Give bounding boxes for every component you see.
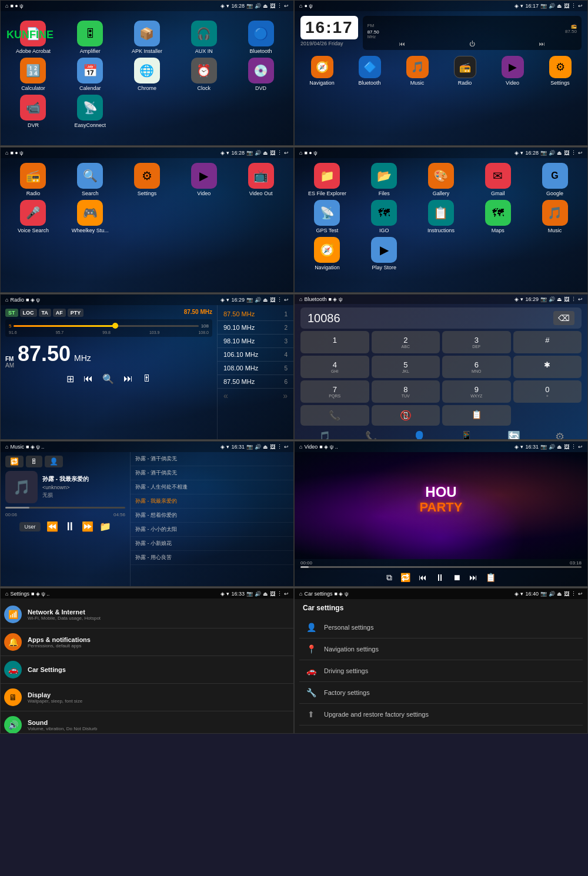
radio-eq-btn[interactable]: 🎚 [142,373,152,384]
music-profile-btn[interactable]: 👤 [45,456,63,467]
app-instructions[interactable]: 📋 Instructions [415,200,468,233]
bt-key-4[interactable]: 4GHI [300,356,369,378]
bt-key-2[interactable]: 2ABC [372,331,440,353]
radio-prev-track[interactable]: ⏮ [83,373,93,384]
home-icon[interactable]: ⌂ [5,3,8,9]
band-ta[interactable]: TA [39,309,51,317]
radio-prev-btn[interactable]: ⏮ [399,41,405,47]
bt-key-star[interactable]: ✱ [513,356,582,378]
app-igo[interactable]: 🗺 IGO [358,200,411,233]
freq-item-5[interactable]: 108.00 MHz5 [218,362,293,375]
music-repeat-btn[interactable]: 🔁 [5,456,24,467]
playlist-item-6[interactable]: 孙露 - 小小的太阳 [131,523,293,537]
bt-key-6[interactable]: 6MNO [442,356,511,378]
bt-key-hash[interactable]: # [513,331,582,353]
bt-settings-icon[interactable]: ⚙ [555,430,564,440]
freq-item-1[interactable]: 87.50 MHz1 [218,307,293,321]
bt-music-icon[interactable]: 🎵 [318,430,330,440]
app-settings-3[interactable]: ⚙ Settings [121,163,174,196]
bt-phone-icon[interactable]: 📞 [365,430,378,440]
video-prev-btn[interactable]: ⏮ [419,573,427,583]
app-music-4[interactable]: 🎵 Music [528,200,582,233]
app-bt-bottom[interactable]: 🔷 Bluetooth [347,56,392,86]
bt-key-9[interactable]: 9WXYZ [442,380,511,403]
video-play-btn[interactable]: ⏸ [435,573,445,583]
app-voicesearch[interactable]: 🎤 Voice Search [6,200,60,233]
freq-prev-page[interactable]: « [223,391,228,400]
app-calendar[interactable]: 📅 Calendar [64,58,117,91]
app-gpstest[interactable]: 📡 GPS Test [300,200,354,233]
music-rew-btn[interactable]: ⏪ [46,521,58,532]
settings-sound[interactable]: 🔊 Sound Volume, vibration, Do Not Distur… [1,711,293,733]
app-chrome[interactable]: 🌐 Chrome [121,58,174,91]
car-navigation-settings[interactable]: 📍 Navigation settings [299,638,583,660]
settings-car[interactable]: 🚗 Car Settings [1,656,293,684]
playlist-item-3[interactable]: 孙露 - 人生何处不相逢 [131,480,293,494]
app-apk[interactable]: 📦 APK Installer [121,21,174,54]
bt-call-btn[interactable]: 📞 [300,405,369,426]
video-repeat-btn[interactable]: 🔁 [400,573,410,583]
app-gmail[interactable]: ✉ Gmail [471,163,524,196]
freq-item-3[interactable]: 98.10 MHz3 [218,335,293,348]
bt-backspace-btn[interactable]: ⌫ [553,311,574,325]
app-wheelkey[interactable]: 🎮 Wheelkey Stu... [64,200,117,233]
radio-power-btn[interactable]: ⏻ [469,41,475,47]
playlist-item-1[interactable]: 孙露 - 酒干倘卖无 [131,452,293,466]
playlist-item-4[interactable]: 孙露 - 我最亲爱的 [131,494,293,509]
app-google[interactable]: G Google [528,163,582,196]
home-icon-2[interactable]: ⌂ [299,3,302,9]
bt-hangup-btn[interactable]: 📵 [372,405,440,426]
radio-next-btn[interactable]: ⏭ [539,41,545,47]
app-video-3[interactable]: ▶ Video [177,163,230,196]
music-fwd-btn[interactable]: ⏩ [82,521,93,532]
back-icon-2[interactable]: ↩ [578,3,583,9]
app-playstore[interactable]: ▶ Play Store [358,237,411,270]
radio-keypad-btn[interactable]: ⊞ [66,373,74,384]
settings-network[interactable]: 📶 Network & Internet Wi-Fi, Mobile, Data… [1,601,293,628]
video-subtitle-btn[interactable]: ⧉ [386,573,392,583]
freq-item-4[interactable]: 106.10 MHz4 [218,348,293,362]
app-radio-bottom[interactable]: 📻 Radio [442,56,487,86]
app-clock[interactable]: ⏰ Clock [177,58,230,91]
app-files[interactable]: 📂 Files [358,163,411,196]
playlist-item-7[interactable]: 孙露 - 小新娘花 [131,537,293,551]
app-videoout[interactable]: 📺 Video Out [234,163,288,196]
radio-search-btn[interactable]: 🔍 [102,373,114,384]
app-video-bottom[interactable]: ▶ Video [490,56,535,86]
app-dvr[interactable]: 📹 DVR [6,95,60,128]
app-maps[interactable]: 🗺 Maps [471,200,524,233]
car-factory-settings[interactable]: 🔧 Factory settings [299,682,583,704]
music-equalizer-btn[interactable]: 🎚 [26,456,42,467]
app-navigation-4[interactable]: 🧭 Navigation [300,237,354,270]
bt-contacts-btn[interactable]: 📋 [442,405,511,426]
bt-contacts-icon[interactable]: 👤 [413,430,426,440]
car-driving-settings[interactable]: 🚗 Driving settings [299,660,583,682]
freq-next-page[interactable]: » [283,391,288,400]
freq-item-6[interactable]: 87.50 MHz6 [218,375,293,389]
radio-next-track[interactable]: ⏭ [123,373,133,384]
video-stop-btn[interactable]: ⏹ [453,573,461,583]
settings-display[interactable]: 🖥 Display Wallpaper, sleep, font size [1,684,293,711]
video-next-btn[interactable]: ⏭ [469,573,477,583]
app-amplifier[interactable]: 🎛 Amplifier [64,21,117,54]
band-st[interactable]: ST [5,309,18,317]
car-upgrade-settings[interactable]: ⬆ Upgrade and restore factory settings [299,704,583,725]
playlist-item-5[interactable]: 孙露 - 想着你爱的 [131,509,293,523]
app-dvd[interactable]: 💿 DVD [234,58,288,91]
bt-key-7[interactable]: 7PQRS [300,380,369,403]
app-bluetooth[interactable]: 🔵 Bluetooth [234,21,288,54]
bt-key-8[interactable]: 8TUV [372,380,440,403]
app-search[interactable]: 🔍 Search [64,163,117,196]
app-navigation[interactable]: 🧭 Navigation [299,56,345,86]
app-calculator[interactable]: 🔢 Calculator [6,58,60,91]
music-folder-btn[interactable]: 📁 [99,521,111,532]
app-settings-bottom[interactable]: ⚙ Settings [537,56,583,86]
app-esfile[interactable]: 📁 ES File Explorer [300,163,354,196]
back-icon[interactable]: ↩ [284,3,289,9]
bt-key-3[interactable]: 3DEF [442,331,511,353]
bt-key-1[interactable]: 1 [300,331,369,353]
bt-key-0[interactable]: 0+ [513,380,582,403]
app-radio-3[interactable]: 📻 Radio [6,163,60,196]
settings-apps[interactable]: 🔔 Apps & notifications Permissions, defa… [1,628,293,656]
app-music-bottom[interactable]: 🎵 Music [395,56,440,86]
